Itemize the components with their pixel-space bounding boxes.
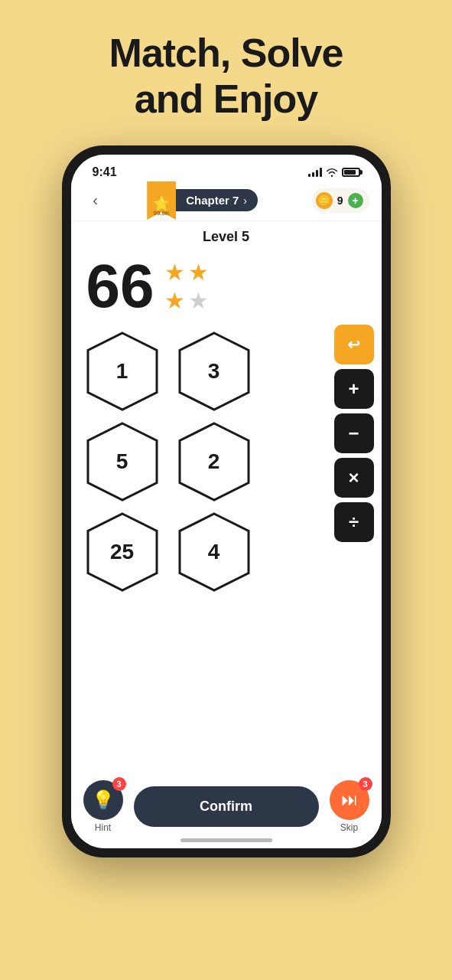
bookmark-icon: ⭐ 99.9K — [145, 181, 178, 221]
hex-number-25: 25 — [110, 540, 134, 564]
hex-number-5: 5 — [116, 449, 128, 474]
coins-count: 9 — [337, 194, 343, 207]
hex-number-1: 1 — [116, 359, 128, 384]
hex-cell-3[interactable]: 3 🫵 — [172, 329, 256, 413]
score-number: 66 — [86, 256, 154, 317]
chapter-label: Chapter 7 — [186, 194, 239, 207]
hex-cell-25[interactable]: 25 — [80, 510, 164, 594]
bookmark-count: 99.9K — [153, 210, 169, 217]
home-indicator — [180, 838, 272, 842]
skip-circle: ⏭ 3 — [330, 780, 369, 820]
operators-panel: ↩ + − × ÷ — [334, 325, 374, 542]
stars-row-bottom: ★ ★ — [164, 287, 209, 314]
tagline-line1: Match, Solve — [109, 31, 343, 77]
minus-button[interactable]: − — [334, 413, 374, 453]
hex-cell-1[interactable]: 1 — [80, 329, 164, 413]
hint-icon: 💡 — [92, 789, 115, 811]
battery-icon — [342, 168, 360, 177]
status-icons — [308, 168, 360, 177]
star-2: ★ — [188, 259, 209, 286]
signal-icon — [308, 168, 322, 177]
confirm-button[interactable]: Confirm — [134, 786, 319, 827]
back-button[interactable]: ‹ — [83, 188, 108, 213]
stars-row-top: ★ ★ — [164, 259, 209, 286]
bottom-bar: 💡 3 Hint Confirm ⏭ 3 Skip — [71, 773, 382, 848]
hex-number-2: 2 — [208, 449, 220, 474]
star-3: ★ — [164, 287, 185, 314]
skip-label: Skip — [340, 822, 358, 833]
chapter-arrow-icon: › — [243, 194, 247, 207]
score-section: 66 ★ ★ ★ ★ — [71, 248, 382, 317]
multiply-button[interactable]: × — [334, 458, 374, 498]
hex-number-3: 3 — [208, 359, 220, 384]
status-bar: 9:41 — [71, 155, 382, 184]
hex-cell-2[interactable]: 2 — [172, 420, 256, 504]
game-header: ‹ ⭐ 99.9K Chapter 7 › 🪙 9 + — [71, 184, 382, 221]
hex-number-4: 4 — [208, 540, 220, 564]
phone-screen: 9:41 ‹ ⭐ — [71, 155, 382, 848]
wifi-icon — [326, 168, 338, 177]
hex-cell-4[interactable]: 4 — [172, 510, 256, 594]
grid-row-1: 1 3 🫵 — [80, 329, 372, 413]
star-4: ★ — [188, 287, 209, 314]
stars-container: ★ ★ ★ ★ — [164, 259, 209, 314]
coin-icon: 🪙 — [316, 192, 333, 209]
level-title: Level 5 — [71, 221, 382, 248]
skip-button[interactable]: ⏭ 3 Skip — [330, 780, 369, 833]
undo-button[interactable]: ↩ — [334, 325, 374, 364]
chapter-badge[interactable]: ⭐ 99.9K Chapter 7 › — [161, 189, 258, 211]
hint-badge: 3 — [112, 777, 126, 791]
grid-row-3: 25 4 — [80, 510, 372, 594]
phone-frame: 9:41 ‹ ⭐ — [62, 145, 391, 858]
add-coins-button[interactable]: + — [348, 193, 363, 208]
star-1: ★ — [164, 259, 185, 286]
plus-button[interactable]: + — [334, 369, 374, 409]
hex-cell-5[interactable]: 5 — [80, 420, 164, 504]
grid-row-2: 5 2 — [80, 420, 372, 504]
hint-circle: 💡 3 — [83, 780, 123, 820]
hint-label: Hint — [95, 822, 111, 833]
skip-badge: 3 — [359, 777, 372, 791]
coins-badge: 🪙 9 + — [312, 188, 369, 213]
tagline: Match, Solve and Enjoy — [109, 31, 343, 122]
tagline-line2: and Enjoy — [109, 77, 343, 122]
hint-button[interactable]: 💡 3 Hint — [83, 780, 123, 833]
skip-icon: ⏭ — [341, 790, 358, 810]
status-time: 9:41 — [93, 165, 117, 179]
divide-button[interactable]: ÷ — [334, 502, 374, 542]
game-grid: 1 3 🫵 5 — [71, 317, 382, 773]
